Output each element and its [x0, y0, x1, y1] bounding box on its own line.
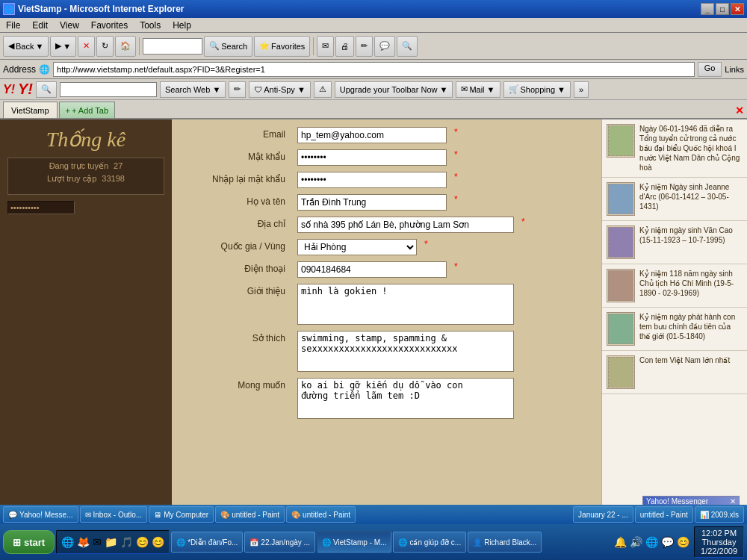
menu-bar: File Edit View Favorites Tools Help — [0, 18, 747, 33]
print-button[interactable]: 🖨 — [335, 36, 354, 57]
menu-file[interactable]: File — [0, 19, 26, 32]
firefox-icon[interactable]: 🦊 — [77, 536, 90, 548]
calendar-icon: 📅 — [249, 538, 258, 547]
search-web-button[interactable]: Search Web ▼ — [160, 81, 226, 98]
menu-help[interactable]: Help — [167, 19, 197, 32]
taskbar-btn-22jan[interactable]: 📅 22.Jan/ngày ... — [244, 532, 315, 553]
taskbar-btn-richard[interactable]: 👤 Richard Black... — [468, 532, 542, 553]
ie-icon[interactable]: 🌐 — [61, 536, 74, 548]
back-button[interactable]: ◀ Back ▼ — [3, 36, 49, 57]
taskbar2-btn-paint3[interactable]: untitled - Paint — [635, 506, 693, 523]
close-button[interactable]: ✕ — [731, 3, 744, 15]
taskbar-btn-vietstamp[interactable]: 🌐 VietStamp - M... — [317, 532, 392, 553]
yahoo-y-icon[interactable]: Y! — [3, 83, 15, 96]
taskbar2-btn-mycomputer[interactable]: 🖥 My Computer — [149, 506, 214, 523]
add-tab-button[interactable]: + + Add Tab — [59, 102, 115, 118]
favorites-button[interactable]: ⭐ Favorites — [254, 36, 310, 57]
news-item-5: Con tem Việt Nam lớn nhất — [602, 351, 747, 394]
start-button[interactable]: ⊞ start — [3, 530, 55, 554]
news-text-3: Kỷ niệm 118 năm ngày sinh Chủ tịch Hồ Ch… — [639, 269, 743, 298]
form-area: Email * Mật khẩu * Nhập lại mật khẩu * H… — [172, 119, 601, 542]
taskbar-btn-forum[interactable]: 🌐 *Diễn đàn/Fo... — [171, 532, 243, 553]
extra-icon-1[interactable]: 😊 — [152, 536, 164, 548]
menu-view[interactable]: View — [54, 19, 85, 32]
yahoo-messenger-icon: 💬 — [8, 511, 17, 519]
mail-button-yahoo[interactable]: ✉ Mail ▼ — [456, 81, 500, 98]
password-label: Mật khẩu — [187, 149, 291, 162]
yahoo-search-btn[interactable]: 🔍 — [36, 81, 57, 98]
thunderbird-icon[interactable]: ✉ — [93, 536, 102, 548]
stop-button[interactable]: ✕ — [78, 36, 95, 57]
search-area: 🔍 Search — [143, 36, 252, 57]
antispy-button[interactable]: 🛡 Anti-Spy ▼ — [249, 81, 311, 98]
bio-field[interactable]: mình là gokien ! — [297, 284, 514, 325]
shopping-button[interactable]: 🛒 Shopping ▼ — [503, 81, 571, 98]
taskbar2-btn-paint1[interactable]: 🎨 untitled - Paint — [215, 506, 285, 523]
warning-icon: ⚠ — [314, 81, 332, 98]
taskbar2-btn-inbox[interactable]: ✉ Inbox - Outlo... — [80, 506, 148, 523]
address-field[interactable] — [297, 217, 514, 233]
refresh-button[interactable]: ↻ — [96, 36, 114, 57]
yahoo-icon-taskbar[interactable]: 😊 — [136, 536, 149, 548]
menu-favorites[interactable]: Favorites — [85, 19, 134, 32]
maximize-button[interactable]: □ — [716, 3, 729, 15]
minimize-button[interactable]: _ — [701, 3, 714, 15]
expand-button[interactable]: » — [574, 81, 589, 98]
menu-tools[interactable]: Tools — [134, 19, 167, 32]
sidebar-logo: Thống kê — [7, 127, 164, 152]
links-button[interactable]: Links — [725, 65, 744, 74]
tray-icon-4: 💬 — [661, 536, 674, 548]
password-area — [7, 201, 164, 214]
wishes-field[interactable]: ko ai bi gỡ kiến dụ dỗ vào con đường tri… — [297, 378, 514, 419]
search-button[interactable]: 🔍 Search — [204, 36, 252, 57]
tab-vietstamp[interactable]: VietStamp — [3, 102, 58, 118]
windows-logo-icon: ⊞ — [13, 537, 21, 548]
taskbar2-btn-jan[interactable]: January 22 - ... — [573, 506, 633, 523]
email-required: * — [454, 127, 458, 137]
phone-required: * — [454, 261, 458, 272]
yahoo-logo: Y! — [18, 81, 33, 98]
taskbar-btn-help[interactable]: 🌐 cần giúp đỡ c... — [393, 532, 466, 553]
address-input[interactable] — [53, 62, 695, 77]
hobbies-field[interactable]: swimming, stamp, spamming & sexxxxxxxxxx… — [297, 331, 514, 372]
email-field[interactable] — [297, 127, 447, 143]
close-all-tabs-button[interactable]: ✕ — [735, 105, 744, 116]
visit-count: Lượt truy cập 33198 — [14, 174, 158, 184]
ie-icon-task: 🌐 — [322, 538, 331, 547]
phone-field[interactable] — [297, 261, 447, 278]
back-dropdown-icon: ▼ — [35, 42, 43, 51]
fullname-field[interactable] — [297, 194, 447, 211]
search-input[interactable] — [143, 38, 202, 55]
globe-icon: 🌐 — [39, 64, 50, 75]
yahoo-search-input[interactable] — [60, 82, 157, 97]
taskbar-right: 🔔 🔊 🌐 💬 😊 12:02 PM Thursday 1/22/2009 — [614, 526, 744, 558]
bio-label: Giới thiệu — [187, 284, 291, 296]
discuss-button[interactable]: 💬 — [374, 36, 395, 57]
clock: 12:02 PM Thursday 1/22/2009 — [694, 526, 744, 558]
media-icon[interactable]: 🎵 — [120, 536, 133, 548]
password-input-sidebar[interactable] — [7, 201, 75, 214]
toolbar-separator-1 — [139, 37, 140, 55]
menu-edit[interactable]: Edit — [26, 19, 54, 32]
mail-button[interactable]: ✉ — [317, 36, 334, 57]
pencil-button[interactable]: ✏ — [229, 81, 246, 98]
password-field[interactable] — [297, 149, 447, 166]
inbox-icon: ✉ — [85, 511, 91, 519]
go-button[interactable]: Go — [698, 62, 722, 77]
research-button[interactable]: 🔍 — [397, 36, 418, 57]
stamp-thumb-5 — [607, 355, 635, 389]
stamp-thumb-2 — [607, 225, 635, 259]
upgrade-button[interactable]: Upgrade your Toolbar Now ▼ — [335, 81, 453, 98]
home-button[interactable]: 🏠 — [115, 36, 136, 57]
address-required: * — [521, 217, 525, 227]
forward-button[interactable]: ▶ ▼ — [50, 36, 76, 57]
taskbar2-btn-paint2[interactable]: 🎨 untitled - Paint — [286, 506, 356, 523]
edit-button[interactable]: ✏ — [356, 36, 373, 57]
confirm-password-field[interactable] — [297, 172, 447, 188]
paint-icon-2: 🎨 — [291, 511, 300, 519]
taskbar2-btn-yahoo[interactable]: 💬 Yahoo! Messe... — [3, 506, 78, 523]
folder-icon[interactable]: 📁 — [105, 536, 117, 548]
taskbar2-btn-excel[interactable]: 📊 2009.xls — [695, 506, 744, 523]
paint-icon-1: 🎨 — [220, 511, 229, 519]
region-select[interactable]: Hải Phòng Hà Nội TP Hồ Chí Minh — [297, 239, 417, 255]
